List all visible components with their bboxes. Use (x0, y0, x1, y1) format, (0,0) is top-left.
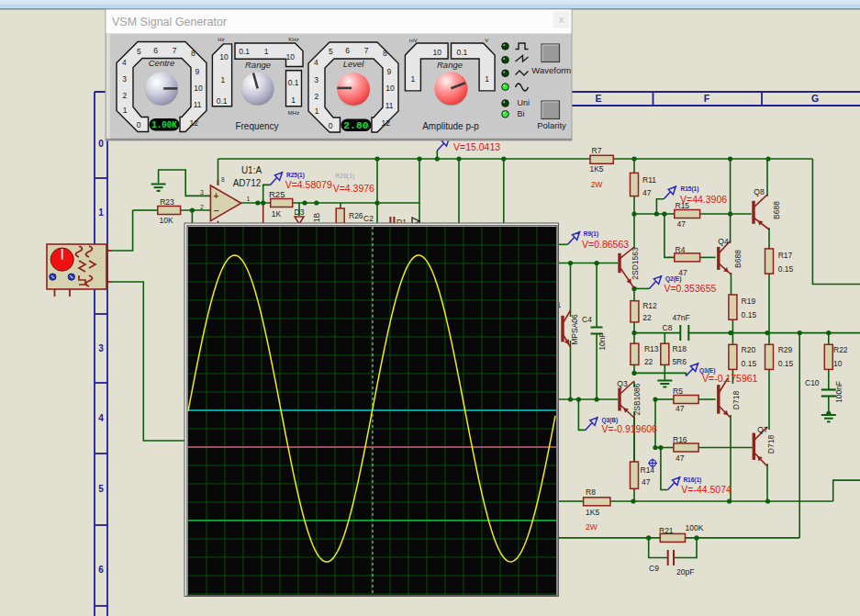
svg-text:0.1: 0.1 (217, 96, 228, 106)
svg-text:1: 1 (98, 207, 104, 218)
svg-text:R25: R25 (269, 189, 285, 199)
svg-text:R8: R8 (586, 487, 596, 497)
svg-text:5R6: 5R6 (672, 357, 687, 366)
svg-text:Q4: Q4 (718, 237, 729, 246)
svg-text:100nF: 100nF (834, 381, 843, 403)
svg-text:x: x (559, 14, 564, 25)
svg-text:5: 5 (137, 47, 141, 56)
svg-text:Q2(E): Q2(E) (665, 275, 681, 283)
svg-text:R4: R4 (676, 245, 686, 254)
svg-text:R29: R29 (778, 345, 793, 354)
svg-text:8: 8 (191, 49, 195, 58)
svg-text:E: E (595, 93, 601, 104)
svg-text:47: 47 (642, 477, 651, 487)
svg-text:Uni: Uni (518, 98, 531, 107)
svg-text:VSM Signal Generator: VSM Signal Generator (112, 16, 227, 28)
svg-text:R9(1): R9(1) (584, 230, 598, 238)
svg-text:0.1: 0.1 (456, 48, 467, 57)
svg-text:6: 6 (153, 46, 158, 55)
svg-text:C10: C10 (805, 378, 820, 387)
svg-text:U1:A: U1:A (241, 165, 262, 175)
svg-text:MPSA06: MPSA06 (570, 314, 579, 345)
svg-text:10: 10 (385, 84, 395, 93)
svg-text:D3: D3 (295, 207, 305, 217)
svg-text:1K5: 1K5 (586, 508, 599, 517)
svg-text:5: 5 (98, 484, 104, 494)
svg-text:1: 1 (485, 74, 489, 84)
svg-text:1: 1 (247, 196, 251, 202)
svg-text:10: 10 (194, 84, 203, 93)
svg-text:47: 47 (676, 454, 685, 463)
svg-text:3: 3 (98, 343, 104, 353)
svg-text:R26(1): R26(1) (335, 173, 354, 180)
svg-text:+: + (214, 191, 219, 201)
svg-text:Hz: Hz (218, 37, 224, 42)
svg-text:R7: R7 (592, 146, 602, 155)
svg-text:9: 9 (387, 67, 392, 76)
svg-text:KHz: KHz (288, 37, 298, 42)
svg-text:0: 0 (329, 121, 333, 130)
svg-text:D718: D718 (766, 435, 776, 454)
svg-text:22: 22 (642, 313, 652, 322)
svg-text:1: 1 (315, 106, 319, 116)
svg-text:2SD1563: 2SD1563 (631, 247, 640, 280)
svg-text:20pF: 20pF (676, 567, 694, 577)
svg-text:4: 4 (122, 58, 127, 67)
svg-text:2: 2 (122, 91, 127, 100)
svg-text:C2: C2 (363, 214, 374, 223)
svg-text:47: 47 (677, 219, 687, 229)
svg-text:3: 3 (200, 189, 204, 196)
svg-text:R19: R19 (742, 297, 756, 306)
svg-text:9: 9 (195, 67, 200, 76)
svg-text:4: 4 (98, 413, 104, 423)
svg-text:V=-44.5074: V=-44.5074 (681, 484, 732, 495)
svg-text:0.1: 0.1 (288, 78, 299, 87)
svg-text:5: 5 (329, 47, 333, 56)
svg-text:R25(1): R25(1) (286, 172, 305, 179)
svg-text:F: F (704, 93, 710, 104)
svg-text:Q3: Q3 (617, 379, 628, 388)
svg-text:8: 8 (383, 49, 387, 58)
svg-text:3: 3 (314, 75, 318, 84)
svg-text:7: 7 (364, 46, 369, 55)
svg-text:3: 3 (122, 74, 127, 84)
svg-text:1: 1 (221, 75, 226, 84)
svg-text:R12: R12 (642, 301, 657, 310)
svg-text:0: 0 (137, 120, 141, 129)
svg-text:2: 2 (200, 204, 204, 210)
svg-text:0.15: 0.15 (778, 264, 794, 274)
svg-text:Range: Range (245, 60, 271, 70)
svg-text:1K: 1K (272, 209, 282, 218)
svg-text:1K5: 1K5 (589, 164, 603, 174)
svg-text:V=-0.919606: V=-0.919606 (602, 423, 658, 434)
svg-text:10: 10 (432, 48, 441, 57)
svg-text:10: 10 (286, 52, 296, 62)
svg-text:2: 2 (314, 92, 318, 101)
svg-text:V=0.86563: V=0.86563 (582, 239, 629, 250)
svg-text:C8: C8 (663, 323, 673, 332)
svg-text:1: 1 (291, 95, 296, 105)
svg-text:0: 0 (98, 139, 104, 149)
svg-text:12: 12 (190, 118, 199, 128)
svg-text:Range: Range (437, 60, 463, 70)
svg-text:8: 8 (221, 176, 225, 183)
svg-text:1: 1 (410, 74, 415, 84)
svg-text:Amplitude p-p: Amplitude p-p (422, 121, 479, 131)
svg-text:Bi: Bi (518, 109, 525, 118)
svg-text:C4: C4 (582, 315, 592, 324)
svg-text:R16: R16 (673, 435, 687, 444)
svg-text:0.1: 0.1 (239, 47, 250, 56)
svg-text:Polarity: Polarity (537, 120, 566, 130)
svg-text:C9: C9 (649, 564, 659, 573)
svg-text:0.15: 0.15 (778, 359, 794, 368)
svg-text:V=44.3906: V=44.3906 (680, 194, 727, 205)
svg-text:G: G (811, 93, 819, 104)
svg-text:V: V (485, 38, 488, 43)
svg-text:11: 11 (194, 100, 202, 109)
svg-text:V=4.58079: V=4.58079 (285, 179, 332, 190)
svg-text:0.15: 0.15 (742, 359, 757, 368)
svg-text:2W: 2W (591, 180, 603, 189)
svg-text:2W: 2W (586, 522, 598, 532)
svg-text:2SB1086: 2SB1086 (632, 383, 642, 415)
svg-text:10K: 10K (159, 216, 173, 225)
